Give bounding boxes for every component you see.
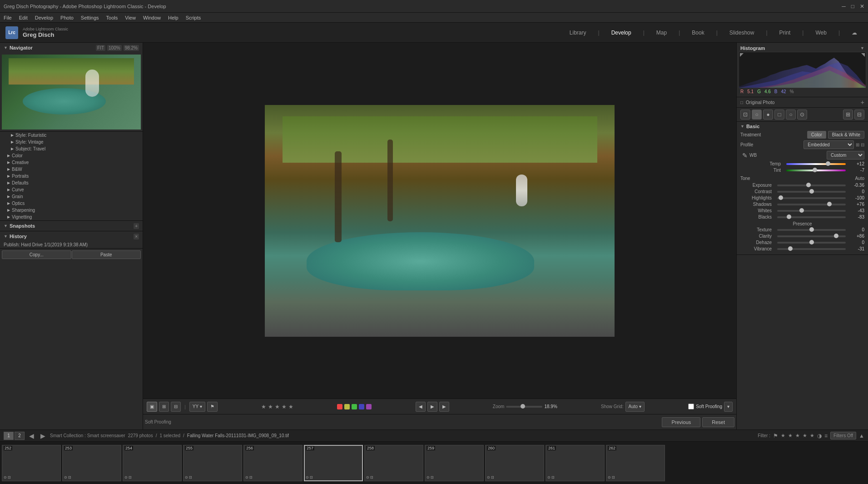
bw-treatment-btn[interactable]: Black & White (828, 131, 864, 139)
reset-button[interactable]: Reset (702, 417, 734, 427)
film-photo-260[interactable]: 260 ⊙⊡ (485, 445, 544, 481)
zoom-100[interactable]: 100% (107, 45, 122, 51)
zoom-slider[interactable] (506, 406, 542, 408)
star-3[interactable]: ★ (275, 404, 280, 410)
film-photo-259[interactable]: 259 ⊙⊡ (425, 445, 484, 481)
blacks-thumb[interactable] (787, 215, 791, 219)
preset-optics[interactable]: ▶ Optics (0, 200, 143, 207)
menu-settings[interactable]: Settings (81, 15, 99, 20)
grid-auto-btn[interactable]: Auto ▾ (625, 402, 645, 412)
preset-defaults[interactable]: ▶ Defaults (0, 180, 143, 186)
filter-flag-icon[interactable]: ⚑ (773, 433, 778, 439)
menu-file[interactable]: File (4, 15, 12, 20)
preset-creative[interactable]: ▶ Creative (0, 159, 143, 166)
preset-style-futuristic[interactable]: ▶ Style: Futuristic (0, 132, 143, 139)
film-photo-261[interactable]: 261 ⊙⊡ (546, 445, 605, 481)
next-photo-btn[interactable]: ▶ (427, 402, 437, 412)
loupe-view-btn[interactable]: ▣ (147, 402, 157, 412)
minimize-button[interactable]: ─ (842, 3, 846, 10)
film-photo-256[interactable]: 256 ⊙⊡ (243, 445, 303, 481)
star-2[interactable]: ★ (268, 404, 273, 410)
preset-vignetting[interactable]: ▶ Vignetting (0, 214, 143, 220)
cloud-icon[interactable]: ☁ (846, 28, 863, 38)
snapshots-header[interactable]: ▼ Snapshots + (0, 221, 143, 231)
contrast-thumb[interactable] (809, 189, 814, 194)
histogram-expand[interactable]: ▼ (860, 46, 864, 50)
menu-window[interactable]: Window (143, 15, 161, 20)
navigator-header[interactable]: ▼ Navigator FIT 100% 98.2% (0, 43, 143, 53)
shadows-slider[interactable] (777, 204, 846, 205)
contrast-slider[interactable] (777, 191, 846, 193)
filter-star-5[interactable]: ★ (810, 433, 814, 439)
color-yellow[interactable] (344, 404, 350, 409)
filmstrip-prev[interactable]: ◀ (27, 432, 36, 439)
clarity-slider[interactable] (777, 235, 846, 237)
healing-tool[interactable]: ○ (752, 110, 762, 120)
preset-bw[interactable]: ▶ B&W (0, 166, 143, 173)
filter-star-1[interactable]: ★ (781, 433, 785, 439)
filter-color-icon[interactable]: ◑ (817, 433, 822, 439)
menu-view[interactable]: View (125, 15, 136, 20)
profile-browser[interactable]: ⊞ (843, 110, 853, 120)
menu-tools[interactable]: Tools (106, 15, 118, 20)
split-btn[interactable]: ⊟ (171, 402, 181, 412)
profile-browse[interactable]: ⊞ ⊟ (856, 142, 864, 147)
star-1[interactable]: ★ (261, 404, 266, 410)
module-print[interactable]: Print (774, 28, 796, 38)
preset-sharpening[interactable]: ▶ Sharpening (0, 207, 143, 214)
copy-settings-btn[interactable]: YY ▾ (189, 402, 205, 412)
vibrance-thumb[interactable] (788, 246, 793, 251)
previous-button[interactable]: Previous (662, 417, 700, 427)
brush-tool[interactable]: □ (774, 110, 784, 120)
film-photo-262[interactable]: 262 ⊙⊡ (606, 445, 665, 481)
highlights-thumb[interactable] (779, 195, 783, 200)
filmstrip-expand[interactable]: ▲ (859, 433, 864, 439)
soft-proofing-expand[interactable]: ▾ (724, 402, 733, 412)
shadows-thumb[interactable] (827, 202, 832, 206)
menu-develop[interactable]: Develop (35, 15, 53, 20)
zoom-slider-thumb[interactable] (521, 404, 525, 409)
filmstrip-page-1[interactable]: 1 (4, 432, 14, 440)
highlights-slider[interactable] (777, 197, 846, 199)
preset-color[interactable]: ▶ Color (0, 152, 143, 159)
color-purple[interactable] (366, 404, 372, 409)
flag-btn[interactable]: ⚑ (207, 402, 218, 412)
dehaze-thumb[interactable] (809, 240, 814, 244)
menu-edit[interactable]: Edit (19, 15, 28, 20)
menu-help[interactable]: Help (168, 15, 179, 20)
history-header[interactable]: ▼ History × (0, 231, 143, 241)
blacks-slider[interactable] (777, 216, 846, 218)
filmstrip-page-2[interactable]: 2 (15, 432, 25, 440)
settings-tool[interactable]: ⊟ (854, 110, 864, 120)
module-book[interactable]: Book (686, 28, 709, 38)
module-develop[interactable]: Develop (606, 28, 637, 38)
history-item[interactable]: Publish: Hard Drive 1/1(2019 9:19:38 AM) (0, 241, 143, 248)
preset-grain[interactable]: ▶ Grain (0, 193, 143, 200)
texture-slider[interactable] (777, 229, 846, 231)
film-photo-254[interactable]: 254 ⊙⊡ (123, 445, 182, 481)
module-library[interactable]: Library (564, 28, 592, 38)
dehaze-slider[interactable] (777, 242, 846, 244)
color-green[interactable] (352, 404, 357, 409)
star-4[interactable]: ★ (282, 404, 287, 410)
module-slideshow[interactable]: Slideshow (724, 28, 760, 38)
film-photo-252[interactable]: 252 ⊙⊡ (2, 445, 61, 481)
film-photo-255[interactable]: 255 ⊙⊡ (183, 445, 242, 481)
module-web[interactable]: Web (810, 28, 832, 38)
module-map[interactable]: Map (651, 28, 672, 38)
preset-style-vintage[interactable]: ▶ Style: Vintage (0, 139, 143, 145)
prev-photo-btn[interactable]: ◀ (416, 402, 426, 412)
tint-slider-thumb[interactable] (813, 168, 817, 172)
texture-thumb[interactable] (809, 227, 814, 232)
filter-star-3[interactable]: ★ (795, 433, 800, 439)
profile-select[interactable]: Embedded Adobe Color Adobe Landscape Ado… (804, 140, 854, 149)
redeye-tool[interactable]: ● (763, 110, 773, 120)
exposure-thumb[interactable] (806, 183, 811, 187)
soft-proofing-checkbox[interactable] (688, 404, 694, 409)
history-close[interactable]: × (134, 234, 139, 240)
film-photo-258[interactable]: 258 ⊙⊡ (364, 445, 423, 481)
window-controls[interactable]: ─ □ ✕ (842, 3, 864, 10)
filter-star-2[interactable]: ★ (788, 433, 793, 439)
paste-button[interactable]: Paste (72, 250, 141, 259)
color-red[interactable] (337, 404, 342, 409)
